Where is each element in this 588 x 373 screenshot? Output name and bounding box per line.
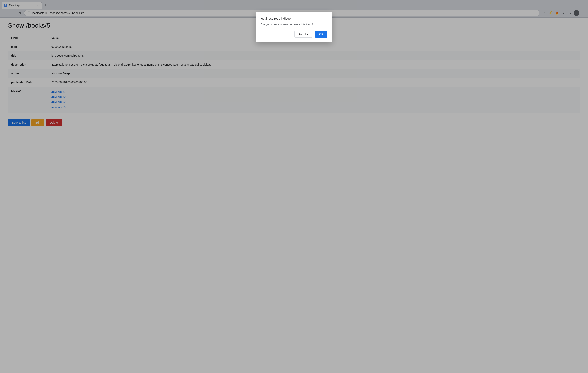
dialog-actions: Annuler OK: [261, 31, 327, 38]
dialog-message: Are you sure you want to delete this ite…: [261, 23, 327, 26]
dialog-overlay: localhost:3000 indique Are you sure you …: [0, 0, 588, 373]
dialog-title: localhost:3000 indique: [261, 17, 327, 20]
confirm-dialog: localhost:3000 indique Are you sure you …: [256, 12, 332, 42]
dialog-cancel-button[interactable]: Annuler: [294, 31, 313, 38]
dialog-ok-button[interactable]: OK: [315, 31, 327, 38]
